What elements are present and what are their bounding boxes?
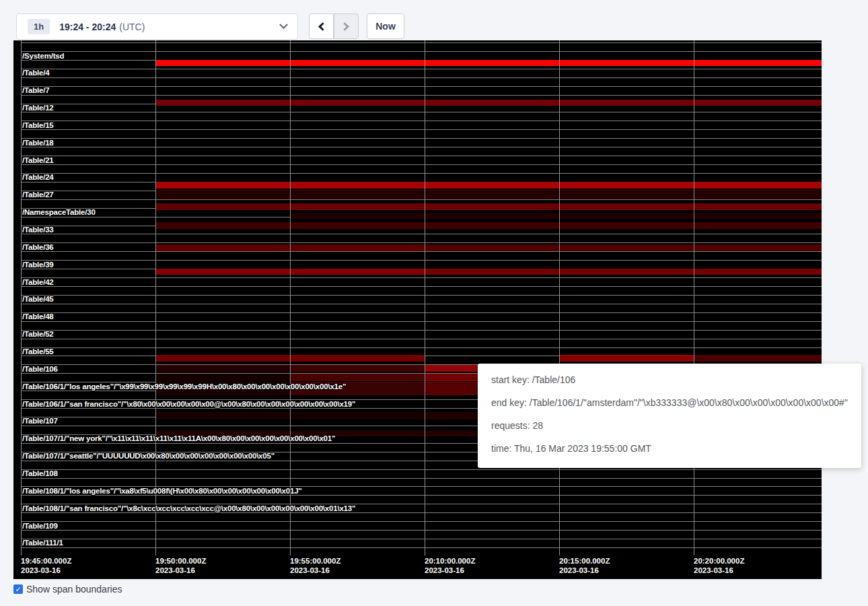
heat-band-segment[interactable] bbox=[155, 222, 822, 229]
time-gridline bbox=[21, 40, 22, 556]
tooltip-start-key: start key: /Table/106 bbox=[491, 374, 848, 386]
span-row-label: /Table/27 bbox=[22, 191, 54, 199]
span-row-label: /Table/39 bbox=[22, 261, 54, 269]
now-button[interactable]: Now bbox=[367, 13, 404, 39]
span-row-label: /System/tsd bbox=[22, 52, 64, 60]
prev-range-button[interactable] bbox=[309, 13, 334, 39]
heat-band-segment[interactable] bbox=[290, 213, 822, 219]
span-row-label: /Table/108 bbox=[22, 469, 58, 477]
span-row-label: /Table/55 bbox=[22, 347, 54, 356]
heat-band-segment[interactable] bbox=[155, 374, 290, 381]
span-row-label: /Table/7 bbox=[22, 86, 49, 94]
span-row-label: /NamespaceTable/30 bbox=[22, 208, 96, 216]
toolbar: 1h 19:24 - 20:24 (UTC) Now bbox=[0, 0, 868, 40]
chevron-left-icon bbox=[318, 22, 327, 31]
heat-band-segment[interactable] bbox=[559, 355, 694, 362]
span-row-label: /Table/36 bbox=[22, 243, 54, 251]
span-row-label: /Table/107/1/"new york"/"\x11\x11\x11\x1… bbox=[22, 434, 335, 442]
span-row-label: /Table/107/1/"seattle"/"UUUUUUD\x00\x80\… bbox=[22, 452, 275, 460]
span-row-label: /Table/18 bbox=[22, 139, 54, 147]
span-row-label: /Table/108/1/"san francisco"/"\x8c\xcc\x… bbox=[22, 504, 355, 512]
x-axis-tick-label: 20:20:00.000Z2023-03-16 bbox=[694, 556, 744, 575]
span-row-label: /Table/33 bbox=[22, 226, 54, 234]
time-nav-group bbox=[309, 13, 359, 39]
time-gridline bbox=[290, 40, 291, 556]
heat-band-segment[interactable] bbox=[290, 365, 425, 372]
span-row-label: /Table/107 bbox=[22, 417, 58, 425]
x-axis-tick-label: 20:15:00.000Z2023-03-16 bbox=[559, 556, 610, 575]
span-row-label: /Table/106/1/"los angeles"/"\x99\x99\x99… bbox=[22, 382, 346, 391]
time-gridline bbox=[694, 40, 694, 556]
show-span-boundaries-checkbox[interactable]: ✓ bbox=[13, 584, 23, 594]
span-row-label: /Table/15 bbox=[22, 121, 54, 129]
span-row-label: /Table/48 bbox=[22, 312, 54, 321]
span-row-label: /Table/106 bbox=[22, 365, 58, 373]
time-gridline bbox=[559, 40, 560, 556]
heat-band-segment[interactable] bbox=[155, 189, 822, 199]
heat-band-segment[interactable] bbox=[425, 269, 822, 275]
span-boundaries-layer bbox=[21, 42, 822, 548]
time-preset-badge: 1h bbox=[28, 19, 50, 34]
span-row-label: /Table/12 bbox=[22, 104, 54, 112]
heat-band-segment[interactable] bbox=[155, 60, 822, 66]
span-row-label: /Table/45 bbox=[22, 295, 54, 303]
tooltip-requests: requests: 28 bbox=[491, 420, 848, 432]
heat-band-segment[interactable] bbox=[155, 365, 290, 372]
next-range-button[interactable] bbox=[334, 13, 359, 39]
span-row-label: /Table/108/1/"los angeles"/"\xa8\xf5\u00… bbox=[22, 487, 302, 495]
heat-band-segment[interactable] bbox=[155, 182, 822, 189]
span-row-label: /Table/52 bbox=[22, 330, 54, 338]
heat-band-segment[interactable] bbox=[155, 203, 290, 210]
time-gridline bbox=[155, 40, 156, 556]
heat-band-segment[interactable] bbox=[290, 374, 425, 381]
x-axis-tick-label: 19:45:00.000Z2023-03-16 bbox=[21, 556, 71, 575]
tooltip-time: time: Thu, 16 Mar 2023 19:55:00 GMT bbox=[491, 443, 848, 454]
key-visualizer-heatmap[interactable]: /System/tsd/Table/4/Table/7/Table/12/Tab… bbox=[13, 40, 822, 579]
heat-band-segment[interactable] bbox=[694, 355, 822, 362]
timezone-text: (UTC) bbox=[119, 22, 145, 32]
span-row-label: /Table/42 bbox=[22, 278, 54, 286]
heat-band-segment[interactable] bbox=[155, 100, 822, 106]
time-range-text: 19:24 - 20:24 bbox=[59, 22, 116, 32]
span-row-label: /Table/4 bbox=[22, 69, 49, 77]
heat-band-segment[interactable] bbox=[425, 244, 822, 251]
chevron-right-icon bbox=[340, 22, 349, 31]
span-tooltip: start key: /Table/106 end key: /Table/10… bbox=[478, 364, 861, 468]
tooltip-end-key: end key: /Table/106/1/"amsterdam"/"\xb33… bbox=[491, 397, 848, 409]
x-axis-tick-label: 19:55:00.000Z2023-03-16 bbox=[290, 556, 340, 575]
chevron-down-icon bbox=[279, 20, 288, 29]
show-span-boundaries-label: Show span boundaries bbox=[26, 584, 122, 595]
span-row-label: /Table/111/1 bbox=[22, 539, 63, 547]
x-axis-tick-label: 20:10:00.000Z2023-03-16 bbox=[425, 556, 475, 575]
span-row-label: /Table/24 bbox=[22, 173, 54, 181]
heat-band-segment[interactable] bbox=[290, 203, 822, 210]
show-span-boundaries-control[interactable]: ✓ Show span boundaries bbox=[13, 584, 122, 595]
x-axis-tick-label: 19:50:00.000Z2023-03-16 bbox=[155, 556, 206, 575]
time-gridline bbox=[425, 40, 425, 556]
span-row-label: /Table/106/1/"san francisco"/"\x80\x00\x… bbox=[22, 400, 355, 408]
time-range-picker[interactable]: 1h 19:24 - 20:24 (UTC) bbox=[16, 13, 298, 40]
span-row-label: /Table/21 bbox=[22, 156, 54, 164]
span-row-label: /Table/109 bbox=[22, 522, 58, 530]
